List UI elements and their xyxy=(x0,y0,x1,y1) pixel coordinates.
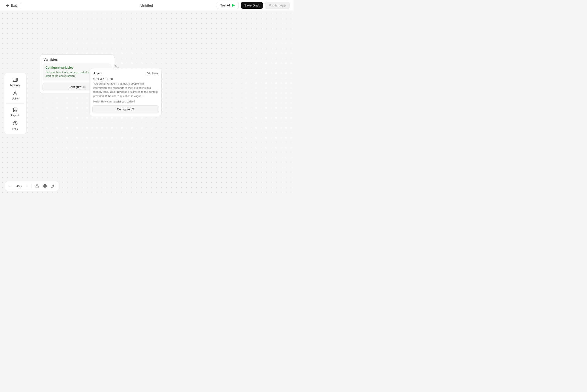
utility-label: Utility xyxy=(12,97,19,100)
lock-icon xyxy=(35,184,39,188)
bottom-toolbar: − 70% + xyxy=(5,181,59,191)
sidebar-item-export[interactable]: Export xyxy=(6,105,24,119)
zoom-in-icon: + xyxy=(26,184,28,188)
toolbar-divider xyxy=(32,184,32,188)
zoom-out-icon: − xyxy=(9,184,12,188)
test-all-button[interactable]: Test All xyxy=(217,2,239,9)
svg-point-21 xyxy=(44,184,47,188)
publish-app-button[interactable]: Publish App xyxy=(265,2,290,9)
svg-point-16 xyxy=(15,124,16,125)
play-icon xyxy=(232,4,235,7)
memory-label: Memory xyxy=(10,84,20,86)
focus-icon xyxy=(43,184,47,188)
export-icon xyxy=(12,107,18,113)
save-draft-button[interactable]: Save Draft xyxy=(241,2,263,9)
zoom-level: 70% xyxy=(15,184,23,188)
magic-icon xyxy=(51,184,55,188)
utility-icon xyxy=(12,90,18,96)
agent-configure-label: Configure xyxy=(117,108,130,111)
canvas: Memory Utility xyxy=(0,11,294,196)
svg-rect-8 xyxy=(16,79,16,79)
export-label: Export xyxy=(11,114,19,117)
left-panel: Memory Utility xyxy=(4,73,26,134)
svg-point-20 xyxy=(44,185,46,187)
agent-description: You are an AI agent that helps people fi… xyxy=(90,82,162,100)
svg-rect-19 xyxy=(36,186,38,188)
panel-section-tools: Memory Utility xyxy=(6,75,24,104)
help-label: Help xyxy=(12,127,18,130)
app-header: Exit Untitled Test All Save Draft Publis… xyxy=(0,0,294,11)
svg-rect-4 xyxy=(14,79,14,79)
exit-button[interactable]: Exit xyxy=(4,2,19,8)
agent-configure-button[interactable]: Configure ⚙ xyxy=(92,106,159,114)
publish-label: Publish App xyxy=(269,4,286,7)
variables-card-title: Variables xyxy=(40,55,114,64)
agent-card: Agent Add Note GPT 3.5 Turbo You are an … xyxy=(90,68,162,116)
header-left: Exit xyxy=(4,2,21,8)
agent-card-header: Agent Add Note xyxy=(90,68,162,77)
sidebar-item-utility[interactable]: Utility xyxy=(6,88,24,102)
svg-rect-5 xyxy=(14,80,14,80)
zoom-out-button[interactable]: − xyxy=(8,183,13,189)
add-note-button[interactable]: Add Note xyxy=(146,72,158,75)
exit-arrow-icon xyxy=(6,4,10,7)
variables-configure-label: Configure xyxy=(68,85,81,89)
focus-button[interactable] xyxy=(42,183,48,189)
variables-configure-icon: ⚙ xyxy=(83,85,86,89)
svg-rect-6 xyxy=(15,79,15,79)
agent-greeting: Hello! How can I assist you today? xyxy=(90,100,162,106)
sidebar-item-memory[interactable]: Memory xyxy=(6,75,24,88)
exit-label: Exit xyxy=(11,4,17,8)
save-draft-label: Save Draft xyxy=(244,4,260,7)
lock-button[interactable] xyxy=(34,183,40,189)
svg-rect-9 xyxy=(16,80,16,80)
agent-card-title: Agent xyxy=(93,72,102,75)
agent-model: GPT 3.5 Turbo xyxy=(90,77,162,82)
zoom-in-button[interactable]: + xyxy=(24,183,30,189)
panel-section-misc: Export Help xyxy=(6,105,24,132)
header-divider xyxy=(21,2,21,8)
page-title: Untitled xyxy=(140,3,153,8)
svg-rect-7 xyxy=(15,80,15,80)
memory-icon xyxy=(12,77,18,82)
sidebar-item-help[interactable]: Help xyxy=(6,119,24,132)
magic-button[interactable] xyxy=(50,183,56,189)
agent-configure-icon: ⚙ xyxy=(132,108,134,111)
help-icon xyxy=(12,121,18,126)
test-all-label: Test All xyxy=(220,4,230,7)
header-right: Test All Save Draft Publish App xyxy=(217,2,290,9)
